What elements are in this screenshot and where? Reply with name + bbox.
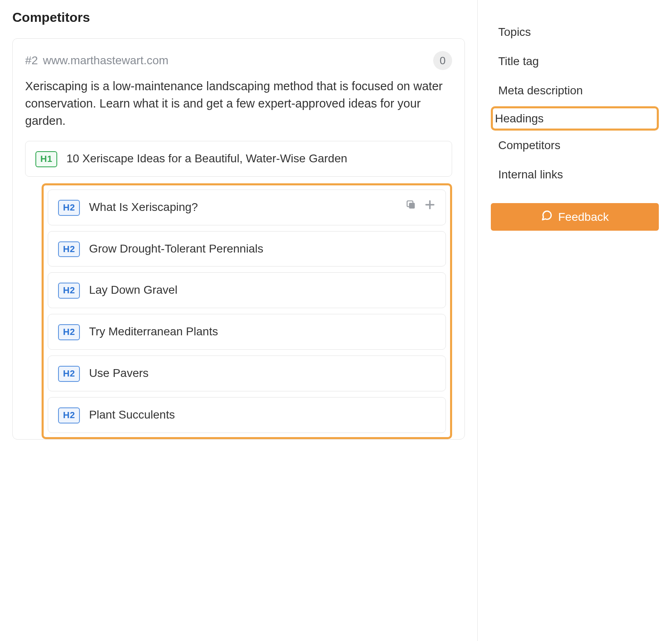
competitor-description: Xeriscaping is a low-maintenance landsca…	[25, 77, 452, 129]
sidebar-item-label: Headings	[495, 110, 655, 126]
svg-rect-0	[409, 203, 415, 208]
feedback-button[interactable]: Feedback	[491, 203, 659, 231]
h2-tag: H2	[58, 366, 80, 382]
h1-text: 10 Xeriscape Ideas for a Beautiful, Wate…	[66, 150, 442, 166]
sidebar-item-headings[interactable]: Headings	[491, 106, 659, 131]
h2-tag: H2	[58, 324, 80, 340]
h2-text: Use Pavers	[89, 365, 436, 381]
h2-text: Grow Drought-Tolerant Perennials	[89, 241, 436, 257]
h1-row[interactable]: H1 10 Xeriscape Ideas for a Beautiful, W…	[25, 141, 452, 177]
h2-text: Try Mediterranean Plants	[89, 323, 436, 339]
competitor-card: #2 www.marthastewart.com 0 Xeriscaping i…	[12, 38, 465, 440]
h2-row[interactable]: H2 Use Pavers	[48, 356, 446, 391]
count-badge: 0	[433, 51, 452, 70]
h2-text: Plant Succulents	[89, 407, 436, 423]
competitor-domain[interactable]: www.marthastewart.com	[43, 52, 168, 68]
h2-row[interactable]: H2 Grow Drought-Tolerant Perennials	[48, 231, 446, 267]
sidebar-item-meta-description[interactable]: Meta description	[491, 77, 659, 104]
sidebar-item-title-tag[interactable]: Title tag	[491, 47, 659, 75]
sidebar-nav: Topics Title tag Meta description Headin…	[478, 0, 672, 641]
sidebar-item-internal-links[interactable]: Internal links	[491, 161, 659, 188]
h2-row[interactable]: H2 Try Mediterranean Plants	[48, 314, 446, 350]
h2-text: What Is Xeriscaping?	[89, 199, 396, 215]
h2-tag: H2	[58, 283, 80, 299]
h2-text: Lay Down Gravel	[89, 282, 436, 298]
competitor-rank: #2	[25, 52, 38, 68]
h2-row[interactable]: H2 Lay Down Gravel	[48, 272, 446, 308]
h2-row[interactable]: H2 Plant Succulents	[48, 397, 446, 433]
h2-tag: H2	[58, 241, 80, 257]
h1-tag: H1	[35, 151, 57, 167]
section-title: Competitors	[12, 8, 465, 27]
h2-group: H2 What Is Xeriscaping?	[42, 183, 452, 439]
copy-icon[interactable]	[405, 199, 417, 211]
plus-icon[interactable]	[424, 199, 436, 211]
h2-tag: H2	[58, 200, 80, 216]
h2-row[interactable]: H2 What Is Xeriscaping?	[48, 189, 446, 225]
sidebar-item-competitors[interactable]: Competitors	[491, 131, 659, 159]
feedback-label: Feedback	[558, 211, 609, 224]
h2-tag: H2	[58, 407, 80, 423]
feedback-icon	[541, 210, 553, 224]
sidebar-item-topics[interactable]: Topics	[491, 18, 659, 46]
